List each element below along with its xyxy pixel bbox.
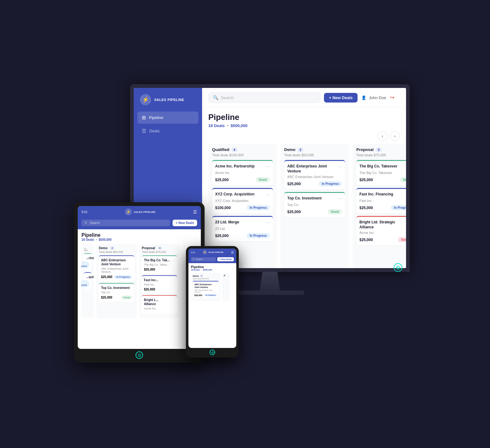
phone-search-icon: 🔍: [193, 258, 195, 260]
phone-deal-card[interactable]: ABC Enterprises Joint Venture ABC Enterp…: [193, 281, 219, 298]
pipeline-meta: 18 Deals • $500,000: [208, 123, 400, 128]
kanban-nav: ‹ ›: [202, 131, 406, 144]
logout-icon[interactable]: ↪: [390, 94, 395, 101]
phone-content: Pipeline 18 Deals • $500,000 Demo 2 Tota…: [188, 263, 236, 346]
prev-arrow[interactable]: ‹: [377, 131, 387, 141]
phone-col-demo: Demo 2 Total deals $50,000 ABC Enterpris…: [191, 273, 220, 301]
tablet-search-row: 🔍 Search + New Deals: [78, 218, 201, 229]
sidebar-item-deals[interactable]: ☰ Deals: [137, 125, 198, 137]
next-arrow[interactable]: ›: [390, 131, 400, 141]
tablet-status: 9:41: [81, 210, 87, 214]
phone-pipeline-title: Pipeline: [191, 265, 234, 269]
deal-company: Fast Inc.: [359, 199, 406, 203]
tablet-search-box[interactable]: 🔍 Search: [81, 220, 170, 226]
kanban-col-proposal: Proposal 3 Total deals $75,000 The Big C…: [353, 144, 406, 268]
tablet-deal-badge: In Progress: [114, 275, 132, 279]
col-title-proposal: Proposal: [356, 147, 374, 152]
tablet-col-title-proposal: Proposal: [142, 246, 155, 250]
tablet-deal-card[interactable]: Top Co. Investment Top Co. $25,000 Good: [99, 283, 134, 302]
tablet-col-count-proposal: 3: [158, 246, 162, 250]
tablet-partial-title: ...: [84, 246, 91, 249]
tablet-screen: 9:41 ⚡ SALES PIPELINE ☰ 🔍 Search + New D…: [78, 206, 201, 349]
phone-app-name: SALES PIPELINE: [208, 251, 224, 253]
tablet-deal-card[interactable]: The Big Co. Tak... The Big Co. Takeo... …: [142, 255, 177, 273]
tablet-deal-badge: Good: [121, 295, 132, 299]
tablet-new-deals-label: + New Deals: [176, 221, 194, 225]
phone-col-header-demo: Demo 2: [193, 275, 219, 277]
deal-badge: In Progress: [391, 205, 406, 210]
deal-card[interactable]: Top Co. Investment ··· Top Co. $25,000 G…: [284, 192, 345, 217]
phone-deal-name: ABC Enterprises Joint Venture: [194, 283, 217, 289]
tablet-deal-name: ...rtnership: [86, 256, 89, 260]
sidebar-item-pipeline[interactable]: ⊞ Pipeline: [137, 112, 198, 124]
deal-footer: $25,000 Stalled: [359, 237, 406, 242]
phone-col-total-demo: Total deals $50,000: [193, 278, 219, 280]
tablet-deal-badge-row: In Progress: [86, 261, 89, 268]
deal-company: Top Co.: [287, 203, 342, 207]
tablet-deal-footer: $25,000 In Progress: [101, 275, 132, 279]
phone-search-placeholder: Search: [196, 258, 203, 260]
phone-deals-count: 18 Deals: [191, 269, 200, 271]
deal-badge: In Progress: [247, 233, 270, 238]
deal-amount: $100,000: [215, 206, 231, 210]
phone-menu-icon[interactable]: ☰: [231, 251, 234, 254]
search-box[interactable]: 🔍 Search: [208, 92, 320, 103]
deal-footer: $25,000 Good: [287, 209, 342, 214]
tablet-col-demo: Demo 2 Total deals $50,000 ABC Enterpris…: [96, 244, 137, 318]
tablet-deal-name: The Big Co. Tak...: [144, 258, 175, 262]
deal-amount: $25,000: [359, 178, 373, 182]
deal-menu-dots[interactable]: ···: [266, 192, 270, 198]
tablet-deal-card[interactable]: Bright L... Alliance Acme Inc.: [142, 295, 177, 314]
deal-card[interactable]: 23 Ltd. Merge ··· 23 Ltd $25,000 In Prog…: [212, 216, 273, 241]
tablet-deal-footer: $25,000: [144, 268, 175, 271]
tablet-col-count-demo: 2: [110, 246, 114, 250]
deal-badge: Stalled: [398, 237, 406, 242]
phone-col-title-demo: Demo: [193, 275, 199, 277]
deal-badge: In Progress: [247, 205, 270, 210]
tablet-logo-row: ⚡ SALES PIPELINE: [125, 208, 155, 215]
deal-company: Acme Inc.: [359, 231, 406, 235]
tablet-col-partial-qualified: ... 000 ...rtnership In Progress ...quis…: [81, 244, 94, 318]
deal-badge: Good: [328, 209, 342, 214]
deal-card[interactable]: XYZ Corp. Acquisition ··· XYZ Corp. Acqu…: [212, 188, 273, 213]
deal-card[interactable]: Fast Inc. Financing ··· Fast Inc. $25,00…: [356, 188, 406, 213]
user-name: John Doe: [369, 95, 386, 100]
deal-menu-dots[interactable]: ···: [266, 164, 270, 170]
phone-status: 9:41: [191, 251, 195, 254]
phone-col-partial-proposal: P: [222, 273, 230, 301]
tablet-meta: 18 Deals • $500,000: [81, 238, 197, 241]
deal-menu-dots[interactable]: ···: [338, 164, 342, 170]
new-deals-button[interactable]: + New Deals: [324, 93, 358, 103]
deal-card[interactable]: Acme Inc. Partnership ··· Acme Inc. $25,…: [212, 160, 273, 185]
tablet-deal-card[interactable]: Fast Inc... Fast Inc. $25,000: [142, 275, 177, 293]
total-value: $500,000: [231, 123, 247, 128]
deal-amount: $25,000: [359, 206, 373, 210]
deal-card[interactable]: Bright Ltd. Strategic Alliance ··· Acme …: [356, 216, 406, 245]
deal-name: ABC Enterprises Joint Venture: [287, 164, 337, 174]
scene: ⚡ SALES PIPELINE ⊞ Pipeline ☰ Deals: [74, 84, 416, 364]
deal-menu-dots[interactable]: ···: [338, 196, 342, 202]
tablet-deal-name: Top Co. Investment: [101, 286, 132, 290]
phone-new-deals-button[interactable]: + New Deals: [217, 257, 234, 261]
deal-card[interactable]: The Big Co. Takeover ··· The Big Co. Tak…: [356, 160, 406, 185]
deal-badge: Good: [400, 177, 406, 182]
deal-footer: $25,000 Good: [215, 177, 270, 182]
deal-name: 23 Ltd. Merge: [215, 220, 265, 225]
deal-badge: Good: [256, 177, 270, 182]
tablet-new-deals-button[interactable]: + New Deals: [173, 220, 197, 226]
phone: 9:41 ⚡ SALES PIPELINE ☰ 🔍 Search + New D…: [186, 246, 239, 358]
pipeline-header: Pipeline 18 Deals • $500,000: [202, 107, 406, 131]
col-header-qualified: Qualified 4: [212, 147, 273, 152]
deal-card-header: Top Co. Investment ···: [287, 196, 342, 202]
tablet-menu-icon[interactable]: ☰: [193, 209, 197, 214]
deals-count: 18 Deals: [208, 123, 225, 128]
tablet-deal-card[interactable]: ...rtnership In Progress: [84, 253, 91, 270]
tablet-col-total-demo: Total deals $50,000: [99, 250, 134, 254]
phone-partial-header: P: [224, 275, 228, 277]
tablet-deal-name: Fast Inc...: [144, 278, 175, 282]
deal-menu-dots[interactable]: ···: [266, 220, 270, 226]
tablet-deal-card[interactable]: ABC Enterprises Joint Venture ABC Enterp…: [99, 255, 134, 281]
deal-card[interactable]: ABC Enterprises Joint Venture ··· ABC En…: [284, 160, 345, 190]
tablet-deal-card[interactable]: ...quisition In Progress: [84, 272, 91, 289]
phone-search-box[interactable]: 🔍 Search: [191, 257, 216, 261]
